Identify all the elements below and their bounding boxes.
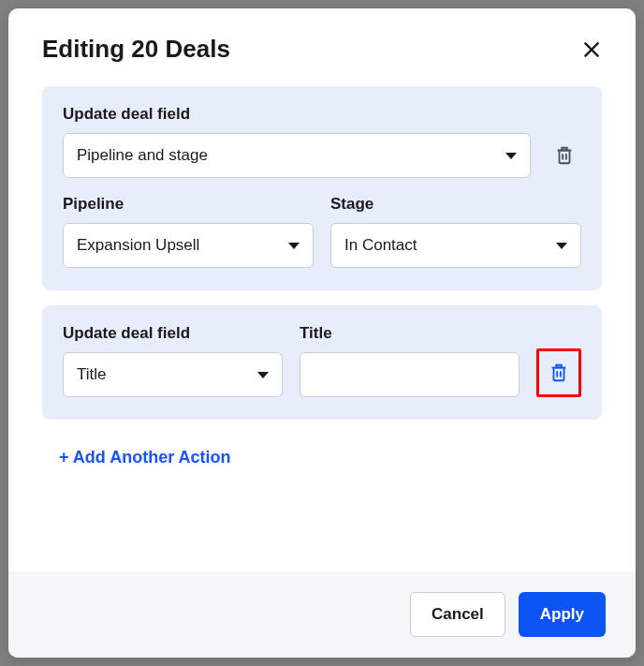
field-group-update: Update deal field Title bbox=[63, 324, 283, 397]
cancel-button[interactable]: Cancel bbox=[410, 592, 505, 637]
modal-title: Editing 20 Deals bbox=[42, 35, 230, 64]
modal-body: Update deal field Pipeline and stage bbox=[8, 77, 636, 571]
select-value: Expansion Upsell bbox=[77, 236, 199, 255]
field-group-title: Title bbox=[300, 324, 520, 397]
title-input[interactable] bbox=[300, 352, 520, 397]
stage-select[interactable]: In Contact bbox=[330, 223, 581, 268]
deal-field-select[interactable]: Title bbox=[63, 352, 283, 397]
field-label: Stage bbox=[330, 195, 581, 214]
apply-button[interactable]: Apply bbox=[519, 592, 606, 637]
add-action-button[interactable]: + Add Another Action bbox=[42, 435, 231, 473]
action-card: Update deal field Title Title bbox=[42, 305, 602, 420]
chevron-down-icon bbox=[257, 372, 269, 378]
trash-icon bbox=[554, 145, 575, 166]
field-label: Update deal field bbox=[63, 324, 283, 343]
modal-footer: Cancel Apply bbox=[8, 571, 636, 658]
chevron-down-icon bbox=[288, 243, 300, 249]
chevron-down-icon bbox=[505, 153, 517, 159]
select-value: Title bbox=[77, 365, 107, 384]
field-group-update: Update deal field Pipeline and stage bbox=[63, 105, 531, 178]
delete-action-button[interactable] bbox=[536, 348, 581, 397]
select-value: Pipeline and stage bbox=[77, 146, 208, 165]
select-value: In Contact bbox=[344, 236, 417, 255]
close-icon bbox=[581, 39, 602, 60]
modal-header: Editing 20 Deals bbox=[8, 8, 636, 77]
delete-action-button[interactable] bbox=[548, 133, 581, 178]
deal-field-select[interactable]: Pipeline and stage bbox=[63, 133, 531, 178]
field-group-pipeline: Pipeline Expansion Upsell bbox=[63, 195, 314, 268]
field-label: Update deal field bbox=[63, 105, 531, 124]
trash-icon bbox=[549, 363, 569, 383]
field-group-stage: Stage In Contact bbox=[330, 195, 581, 268]
chevron-down-icon bbox=[556, 243, 567, 249]
pipeline-select[interactable]: Expansion Upsell bbox=[63, 223, 314, 268]
edit-deals-modal: Editing 20 Deals Update deal field Pipel… bbox=[8, 8, 636, 658]
field-label: Title bbox=[300, 324, 520, 343]
field-label: Pipeline bbox=[63, 195, 314, 214]
close-button[interactable] bbox=[578, 36, 606, 64]
action-card: Update deal field Pipeline and stage bbox=[42, 86, 602, 290]
